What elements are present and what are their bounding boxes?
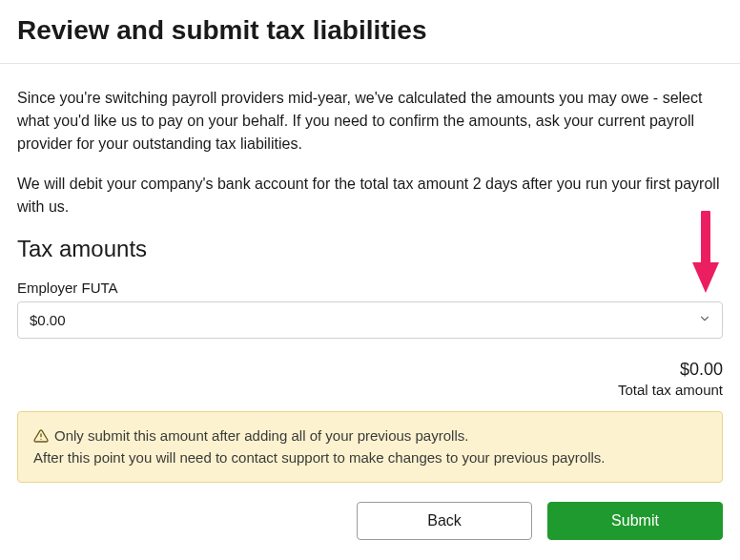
total-tax-value: $0.00	[17, 360, 723, 380]
warning-text-line2: After this point you will need to contac…	[33, 447, 707, 469]
futa-field-group: Employer FUTA $0.00	[17, 280, 723, 339]
warning-icon	[33, 428, 49, 444]
intro-paragraph-1: Since you're switching payroll providers…	[17, 87, 723, 156]
total-tax-label: Total tax amount	[17, 382, 723, 398]
button-row: Back Submit	[17, 502, 723, 540]
back-button[interactable]: Back	[357, 502, 532, 540]
futa-select-wrapper: $0.00	[17, 301, 723, 339]
futa-label: Employer FUTA	[17, 280, 723, 296]
page-header: Review and submit tax liabilities	[0, 0, 740, 64]
totals-block: $0.00 Total tax amount	[17, 360, 723, 398]
intro-paragraph-2: We will debit your company's bank accoun…	[17, 173, 723, 218]
futa-select[interactable]: $0.00	[17, 301, 723, 339]
futa-select-value: $0.00	[30, 312, 66, 328]
page-title: Review and submit tax liabilities	[17, 15, 723, 46]
warning-box: Only submit this amount after adding all…	[17, 411, 723, 483]
submit-button[interactable]: Submit	[547, 502, 723, 540]
tax-amounts-heading: Tax amounts	[17, 236, 723, 262]
warning-text-line1: Only submit this amount after adding all…	[54, 425, 468, 447]
page-content: Since you're switching payroll providers…	[0, 64, 740, 557]
